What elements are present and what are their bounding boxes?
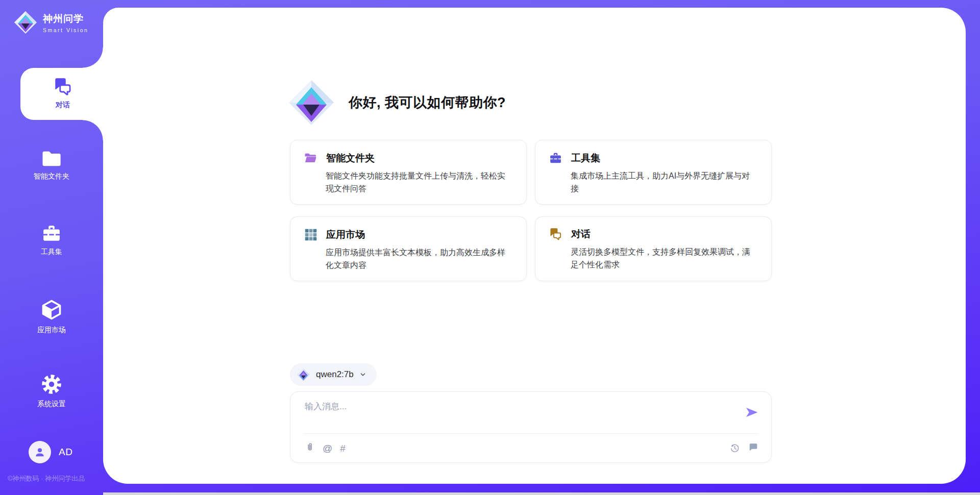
sidebar-item-smart-folder[interactable]: 智能文件夹 — [0, 150, 103, 181]
chevron-down-icon — [359, 371, 366, 378]
grid-icon — [304, 228, 317, 241]
card-title: 智能文件夹 — [326, 152, 375, 165]
card-smart-folder[interactable]: 智能文件夹 智能文件夹功能支持批量文件上传与清洗，轻松实现文件问答 — [290, 140, 527, 205]
chat-bubbles-icon — [549, 228, 562, 241]
composer: @ # — [290, 391, 772, 463]
brand: 神州问学 Smart Vision — [13, 10, 88, 35]
card-title: 对话 — [571, 228, 591, 241]
briefcase-icon — [549, 151, 562, 165]
hash-icon[interactable]: # — [340, 443, 346, 453]
model-name: qwen2:7b — [316, 369, 354, 380]
feature-cards: 智能文件夹 智能文件夹功能支持批量文件上传与清洗，轻松实现文件问答 工具集 集成… — [290, 140, 772, 281]
avatar — [29, 441, 51, 463]
folder-icon — [41, 150, 62, 167]
sidebar-item-label: 系统设置 — [37, 400, 66, 409]
send-icon[interactable] — [745, 405, 759, 419]
main-panel: 你好, 我可以如何帮助你? 智能文件夹 智能文件夹功能支持批量文件上传与清洗，轻… — [103, 8, 966, 484]
sidebar-item-settings[interactable]: 系统设置 — [0, 374, 103, 409]
sidebar-item-label: 应用市场 — [37, 326, 66, 335]
brand-name: 神州问学 — [43, 12, 88, 26]
chat-bubble-icon[interactable] — [748, 443, 759, 453]
brand-subtitle: Smart Vision — [43, 27, 88, 33]
toolbox-icon — [41, 224, 62, 243]
card-title: 应用市场 — [326, 228, 365, 241]
taskbar-strip — [103, 492, 980, 495]
sidebar-item-label: 对话 — [56, 101, 70, 110]
brand-logo-icon — [13, 10, 38, 35]
user-profile[interactable]: AD — [29, 441, 72, 463]
card-description: 灵活切换多模型文件，支持多样回复效果调试，满足个性化需求 — [571, 245, 758, 271]
gear-icon — [41, 374, 62, 395]
card-description: 智能文件夹功能支持批量文件上传与清洗，轻松实现文件问答 — [326, 169, 513, 195]
card-description: 应用市场提供丰富长文本模板，助力高效生成多样化文章内容 — [326, 246, 513, 271]
copyright: ©神州数码 · 神州问学出品 — [8, 474, 107, 483]
card-chat[interactable]: 对话 灵活切换多模型文件，支持多样回复效果调试，满足个性化需求 — [535, 216, 772, 281]
app-root: { "brand": { "name": "神州问学", "subtitle":… — [0, 0, 980, 495]
assistant-logo-icon — [287, 78, 336, 127]
model-logo-icon — [297, 368, 310, 382]
history-icon[interactable] — [729, 443, 740, 454]
card-app-market[interactable]: 应用市场 应用市场提供丰富长文本模板，助力高效生成多样化文章内容 — [290, 216, 527, 281]
mention-icon[interactable]: @ — [323, 443, 332, 453]
greeting-title: 你好, 我可以如何帮助你? — [349, 93, 506, 112]
card-header: 应用市场 — [304, 228, 513, 241]
composer-toolbar: @ # — [305, 440, 759, 456]
user-icon — [33, 445, 46, 459]
card-header: 智能文件夹 — [304, 151, 513, 165]
cube-icon — [40, 299, 63, 321]
sidebar-item-chat[interactable]: 对话 — [20, 68, 105, 120]
active-tab-fillet-top — [83, 47, 103, 68]
active-tab-fillet-bottom — [83, 120, 103, 140]
model-selector[interactable]: qwen2:7b — [290, 363, 377, 386]
composer-toolbar-right — [729, 443, 759, 454]
card-description: 集成市场上主流工具，助力AI与外界无缝扩展与对接 — [571, 169, 758, 195]
sidebar-item-label: 工具集 — [41, 247, 62, 257]
greeting: 你好, 我可以如何帮助你? — [287, 78, 506, 127]
sidebar-item-app-market[interactable]: 应用市场 — [0, 299, 103, 335]
chat-icon — [53, 78, 73, 96]
card-title: 工具集 — [571, 152, 600, 165]
card-header: 工具集 — [549, 151, 758, 165]
paperclip-icon[interactable] — [305, 442, 315, 454]
sidebar-item-label: 智能文件夹 — [34, 172, 69, 181]
card-header: 对话 — [549, 228, 758, 241]
message-input[interactable] — [305, 401, 708, 429]
sidebar-item-toolset[interactable]: 工具集 — [0, 224, 103, 257]
folder-open-icon — [304, 151, 317, 165]
brand-text: 神州问学 Smart Vision — [43, 12, 88, 33]
composer-divider — [304, 433, 758, 434]
card-toolset[interactable]: 工具集 集成市场上主流工具，助力AI与外界无缝扩展与对接 — [535, 140, 772, 205]
user-name: AD — [59, 447, 72, 458]
